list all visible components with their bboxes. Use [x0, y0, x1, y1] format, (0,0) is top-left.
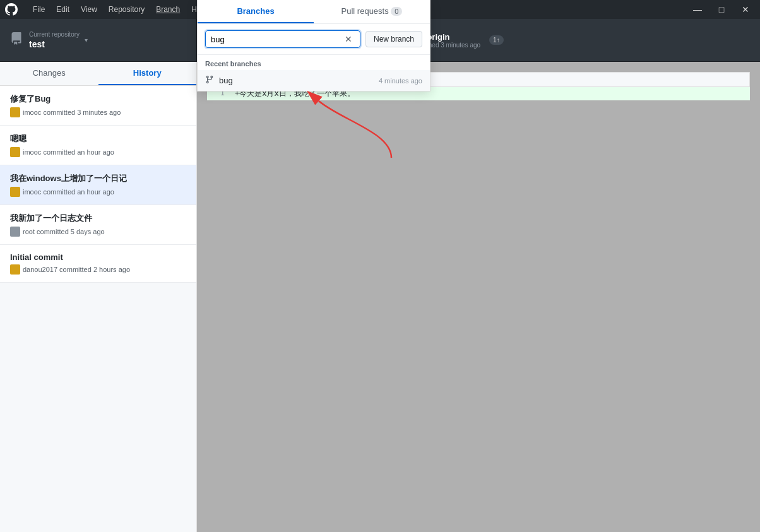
commit-item-3[interactable]: 我新加了一个日志文件 root committed 5 days ago: [0, 205, 196, 245]
branch-item-time: 4 minutes ago: [379, 77, 422, 85]
right-panel: @@ -0,0 +1 @@ 1 +今天是x月x日，我吃了一个苹果。: [197, 62, 760, 532]
repo-label: Current repository: [29, 31, 80, 38]
repo-chevron-icon: ▾: [85, 37, 88, 44]
branch-item-left: bug: [205, 75, 233, 86]
branch-tab-pullrequests[interactable]: Pull requests 0: [314, 0, 430, 23]
branch-dropdown-tabs: Branches Pull requests 0: [198, 0, 430, 24]
menu-view[interactable]: View: [76, 0, 102, 19]
menu-branch[interactable]: Branch: [151, 0, 185, 19]
repo-icon: [10, 32, 23, 48]
menu-bar: File Edit View Repository Branch Help: [28, 0, 212, 19]
panel-tabs: Changes History: [0, 62, 196, 86]
branch-dropdown: Branches Pull requests 0 ✕ New branch Re…: [197, 0, 430, 92]
menu-edit[interactable]: Edit: [51, 0, 74, 19]
commit-meta-1: imooc committed an hour ago: [10, 147, 186, 157]
tab-history[interactable]: History: [98, 62, 197, 85]
new-branch-button[interactable]: New branch: [365, 31, 422, 47]
branch-tab-branches[interactable]: Branches: [198, 0, 314, 23]
pr-count-badge: 0: [391, 7, 402, 16]
avatar-3: [10, 227, 20, 237]
commit-title-2: 我在windows上增加了一个日记: [10, 173, 186, 184]
current-repo-section[interactable]: Current repository test ▾: [0, 19, 197, 61]
commit-item-0[interactable]: 修复了Bug imooc committed 3 minutes ago: [0, 86, 196, 126]
branch-search-row: ✕ New branch: [198, 24, 430, 55]
close-button[interactable]: ✕: [736, 3, 755, 16]
commit-item-1[interactable]: 嗯嗯 imooc committed an hour ago: [0, 126, 196, 165]
commit-item-2[interactable]: 我在windows上增加了一个日记 imooc committed an hou…: [0, 165, 196, 205]
branch-item-icon: [205, 75, 214, 86]
tab-changes[interactable]: Changes: [0, 62, 98, 85]
commit-meta-4: danou2017 committed 2 hours ago: [10, 264, 186, 275]
push-badge: 1↑: [489, 35, 504, 45]
avatar-2: [10, 187, 20, 197]
commit-meta-0: imooc committed 3 minutes ago: [10, 107, 186, 117]
commit-title-0: 修复了Bug: [10, 93, 186, 105]
github-logo-icon: [5, 3, 18, 16]
menu-repository[interactable]: Repository: [104, 0, 150, 19]
window-controls: — □ ✕: [688, 3, 755, 16]
branch-item-bug[interactable]: bug 4 minutes ago: [198, 70, 430, 91]
minimize-button[interactable]: —: [688, 3, 707, 16]
avatar-0: [10, 107, 20, 117]
branch-search-input[interactable]: [211, 35, 342, 44]
avatar-1: [10, 147, 20, 157]
maximize-button[interactable]: □: [712, 3, 731, 16]
avatar-4: [10, 264, 20, 275]
left-panel: Changes History 修复了Bug imooc committed 3…: [0, 62, 197, 532]
commit-list: 修复了Bug imooc committed 3 minutes ago 嗯嗯 …: [0, 86, 196, 283]
repo-info: Current repository test: [29, 31, 80, 49]
branch-search-field[interactable]: ✕: [205, 30, 360, 48]
branch-item-name: bug: [219, 76, 233, 85]
commit-title-3: 我新加了一个日志文件: [10, 213, 186, 224]
commit-meta-2: imooc committed an hour ago: [10, 187, 186, 197]
repo-name: test: [29, 39, 80, 49]
menu-file[interactable]: File: [28, 0, 50, 19]
recent-branches-label: Recent branches: [198, 55, 430, 70]
commit-item-4[interactable]: Initial commit danou2017 committed 2 hou…: [0, 245, 196, 283]
title-bar-left: File Edit View Repository Branch Help: [5, 0, 212, 19]
clear-search-button[interactable]: ✕: [342, 34, 355, 44]
commit-title-1: 嗯嗯: [10, 133, 186, 145]
commit-meta-3: root committed 5 days ago: [10, 227, 186, 237]
commit-title-4: Initial commit: [10, 252, 186, 262]
